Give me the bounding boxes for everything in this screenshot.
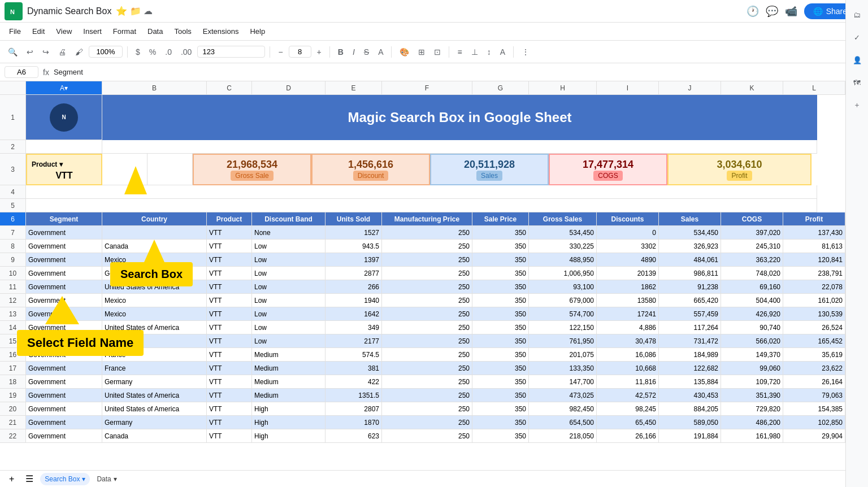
print-btn[interactable]: 🖨 bbox=[55, 45, 70, 59]
table-cell[interactable]: 350 bbox=[472, 321, 529, 334]
table-cell[interactable]: Low bbox=[252, 253, 326, 267]
table-cell[interactable]: Medium bbox=[252, 348, 326, 362]
menu-extensions[interactable]: Extensions bbox=[198, 25, 244, 38]
table-cell[interactable]: Government bbox=[26, 389, 102, 402]
table-cell[interactable]: 117,264 bbox=[659, 321, 721, 334]
add-sheet-btn[interactable]: + bbox=[5, 472, 19, 486]
table-cell[interactable]: 351,390 bbox=[721, 389, 783, 402]
table-cell[interactable]: 184,989 bbox=[659, 348, 721, 362]
col-header-L[interactable]: L bbox=[783, 81, 845, 94]
table-cell[interactable]: 250 bbox=[382, 348, 472, 362]
video-icon[interactable]: 📹 bbox=[785, 5, 797, 18]
table-cell[interactable]: 623 bbox=[326, 429, 382, 443]
table-cell[interactable]: 17241 bbox=[597, 307, 659, 321]
table-cell[interactable]: 250 bbox=[382, 402, 472, 416]
tab-data[interactable]: Data ▾ bbox=[92, 473, 121, 485]
table-cell[interactable]: High bbox=[252, 429, 326, 443]
table-cell[interactable]: Germany bbox=[102, 416, 207, 429]
table-cell[interactable]: 26,164 bbox=[783, 375, 845, 389]
table-cell[interactable]: 81,613 bbox=[783, 240, 845, 253]
table-cell[interactable]: 122,150 bbox=[529, 321, 597, 334]
table-cell[interactable]: VTT bbox=[207, 375, 252, 389]
table-cell[interactable]: 250 bbox=[382, 321, 472, 334]
menu-edit[interactable]: Edit bbox=[28, 25, 49, 38]
table-cell[interactable]: 884,205 bbox=[659, 402, 721, 416]
table-cell[interactable]: 191,884 bbox=[659, 429, 721, 443]
table-cell[interactable]: 350 bbox=[472, 240, 529, 253]
table-cell[interactable]: Government bbox=[26, 280, 102, 294]
table-cell[interactable]: Government bbox=[26, 321, 102, 334]
table-cell[interactable]: 93,100 bbox=[529, 280, 597, 294]
undo-btn[interactable]: ↩ bbox=[23, 45, 37, 59]
table-cell[interactable]: 1940 bbox=[326, 294, 382, 307]
table-cell[interactable]: 250 bbox=[382, 429, 472, 443]
table-cell[interactable]: 250 bbox=[382, 267, 472, 280]
table-cell[interactable]: 422 bbox=[326, 375, 382, 389]
table-cell[interactable]: 35,619 bbox=[783, 348, 845, 362]
table-cell[interactable]: United States of America bbox=[102, 321, 207, 334]
table-cell[interactable]: 69,160 bbox=[721, 280, 783, 294]
table-cell[interactable]: VTT bbox=[207, 307, 252, 321]
text-color-btn[interactable]: A bbox=[375, 45, 387, 59]
table-cell[interactable]: Low bbox=[252, 321, 326, 334]
table-cell[interactable]: 250 bbox=[382, 389, 472, 402]
align-btn[interactable]: ≡ bbox=[454, 45, 465, 59]
table-cell[interactable]: 133,350 bbox=[529, 362, 597, 375]
table-cell[interactable]: 986,811 bbox=[659, 267, 721, 280]
table-cell[interactable]: 350 bbox=[472, 267, 529, 280]
table-cell[interactable]: 665,420 bbox=[659, 294, 721, 307]
font-size-input[interactable]: 8 bbox=[289, 46, 311, 58]
table-cell[interactable]: Government bbox=[26, 375, 102, 389]
table-cell[interactable]: 574,700 bbox=[529, 307, 597, 321]
wrap-btn[interactable]: ↕ bbox=[484, 45, 494, 59]
table-cell[interactable]: 1351.5 bbox=[326, 389, 382, 402]
col-header-K[interactable]: K bbox=[721, 81, 783, 94]
col-header-E[interactable]: E bbox=[326, 81, 382, 94]
table-cell[interactable]: 350 bbox=[472, 226, 529, 240]
table-cell[interactable]: None bbox=[252, 226, 326, 240]
zoom-selector[interactable]: 100% bbox=[89, 46, 123, 58]
table-cell[interactable]: 363,220 bbox=[721, 253, 783, 267]
table-cell[interactable]: 397,020 bbox=[721, 226, 783, 240]
menu-help[interactable]: Help bbox=[245, 25, 270, 38]
table-cell[interactable]: 350 bbox=[472, 280, 529, 294]
table-cell[interactable]: High bbox=[252, 416, 326, 429]
valign-btn[interactable]: ⊥ bbox=[468, 45, 481, 59]
table-cell[interactable]: 161,980 bbox=[721, 429, 783, 443]
table-cell[interactable]: VTT bbox=[207, 348, 252, 362]
table-cell[interactable]: 589,050 bbox=[659, 416, 721, 429]
decimal2-btn[interactable]: .00 bbox=[177, 45, 195, 59]
borders-btn[interactable]: ⊞ bbox=[415, 45, 428, 59]
table-cell[interactable]: 3302 bbox=[597, 240, 659, 253]
table-cell[interactable]: Government bbox=[26, 334, 102, 348]
table-cell[interactable]: France bbox=[102, 348, 207, 362]
table-cell[interactable]: 574.5 bbox=[326, 348, 382, 362]
table-cell[interactable]: 161,020 bbox=[783, 294, 845, 307]
table-cell[interactable]: Medium bbox=[252, 362, 326, 375]
table-cell[interactable]: 326,923 bbox=[659, 240, 721, 253]
table-cell[interactable]: 250 bbox=[382, 294, 472, 307]
table-cell[interactable]: Germany bbox=[102, 267, 207, 280]
table-cell[interactable]: 330,225 bbox=[529, 240, 597, 253]
table-cell[interactable]: 731,472 bbox=[659, 334, 721, 348]
table-cell[interactable]: 350 bbox=[472, 429, 529, 443]
menu-format[interactable]: Format bbox=[108, 25, 141, 38]
table-cell[interactable]: 22,078 bbox=[783, 280, 845, 294]
table-cell[interactable]: 1862 bbox=[597, 280, 659, 294]
table-cell[interactable]: 29,904 bbox=[783, 429, 845, 443]
table-cell[interactable]: VTT bbox=[207, 334, 252, 348]
table-cell[interactable]: 65,450 bbox=[597, 416, 659, 429]
table-cell[interactable]: 250 bbox=[382, 334, 472, 348]
table-cell[interactable]: 13580 bbox=[597, 294, 659, 307]
comment-icon[interactable]: 💬 bbox=[766, 5, 778, 18]
table-cell[interactable]: Low bbox=[252, 294, 326, 307]
table-cell[interactable]: 350 bbox=[472, 375, 529, 389]
table-cell[interactable]: Low bbox=[252, 334, 326, 348]
table-cell[interactable]: 250 bbox=[382, 226, 472, 240]
strikethrough-btn[interactable]: S bbox=[361, 45, 372, 59]
table-cell[interactable]: 679,000 bbox=[529, 294, 597, 307]
table-cell[interactable]: 10,668 bbox=[597, 362, 659, 375]
table-cell[interactable]: Government bbox=[26, 240, 102, 253]
table-cell[interactable]: 557,459 bbox=[659, 307, 721, 321]
table-cell[interactable]: 350 bbox=[472, 362, 529, 375]
